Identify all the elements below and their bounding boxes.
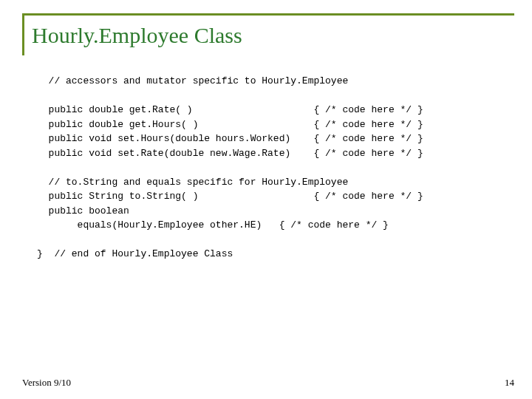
version-label: Version 9/10: [22, 377, 71, 389]
footer: Version 9/10 14: [22, 377, 514, 389]
code-listing: // accessors and mutator specific to Hou…: [37, 74, 514, 262]
page-number: 14: [505, 377, 514, 389]
slide-title: Hourly.Employee Class: [32, 23, 514, 48]
title-container: Hourly.Employee Class: [22, 13, 514, 55]
